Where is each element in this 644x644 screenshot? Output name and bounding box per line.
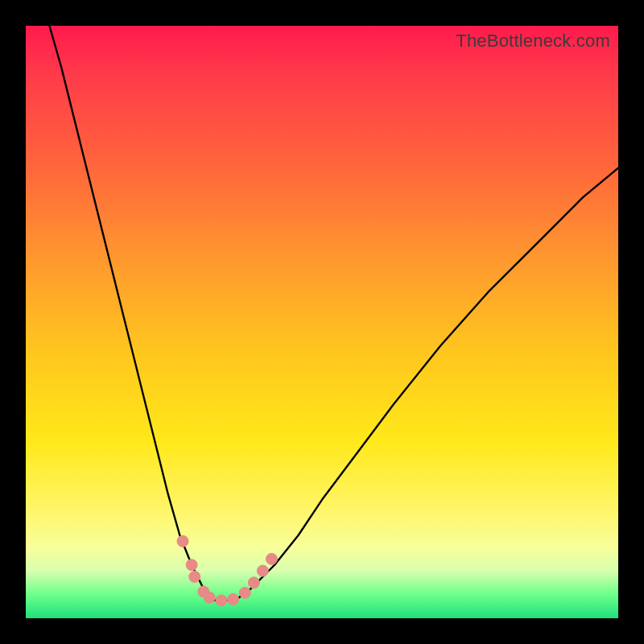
- marker-dot: [257, 565, 268, 576]
- curve-path: [49, 26, 618, 601]
- marker-dot: [239, 587, 250, 598]
- marker-dot: [186, 559, 197, 571]
- curve-svg: [26, 26, 618, 618]
- marker-dot: [177, 535, 188, 547]
- plot-area: TheBottleneck.com: [26, 26, 618, 618]
- marker-dots: [177, 535, 277, 606]
- marker-dot: [216, 595, 227, 606]
- curve-series: [49, 26, 618, 601]
- marker-dot: [204, 592, 215, 603]
- marker-dot: [228, 593, 239, 605]
- marker-dot: [266, 553, 277, 564]
- marker-dot: [248, 577, 259, 588]
- marker-dot: [189, 571, 200, 582]
- chart-frame: TheBottleneck.com: [0, 0, 644, 644]
